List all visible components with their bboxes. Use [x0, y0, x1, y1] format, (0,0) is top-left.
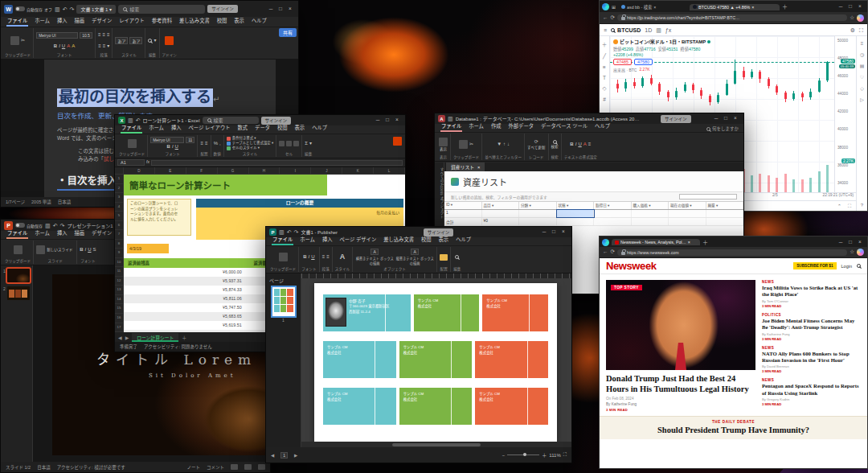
publication-page[interactable]: 中野 杏子〒160-0023 東京都新宿区西新宿 11-2-4 サンプル CM株… — [314, 283, 557, 442]
align-top-icon[interactable]: ≡ — [200, 141, 203, 146]
slide-2-thumbnail[interactable] — [7, 286, 30, 300]
main-headline[interactable]: Donald Trump Just Had the Best 24 Hours … — [606, 374, 755, 394]
row-number[interactable]: 16 — [115, 314, 123, 323]
grid-column-header[interactable]: 取得日 ▾ — [594, 202, 632, 209]
story-item[interactable]: NEWS Pentagon and SpaceX Respond to Repo… — [762, 378, 861, 406]
editing-group[interactable]: Σ▾編集 — [302, 135, 314, 157]
ribbon-tab[interactable]: ヘルプ — [251, 15, 268, 27]
newsweek-logo[interactable]: Newsweek — [606, 260, 657, 272]
word-ribbon[interactable]: ✂クリップボード Meiryo UI10.5 BIUAA フォント ≡≡≡ ≡≡… — [1, 27, 298, 60]
browser-tab-inactive[interactable]: asd bb - 検索× — [618, 3, 687, 11]
sheet-banner-cell[interactable]: 簡単なローン計算シート — [124, 175, 327, 195]
row-number[interactable]: 2 — [115, 184, 123, 194]
row-number[interactable]: 6 — [115, 221, 123, 231]
select-all-corner[interactable] — [115, 167, 124, 174]
ribbon-tab[interactable]: 校閲 — [276, 122, 289, 134]
italic-button[interactable]: I — [575, 142, 577, 147]
maximize-button[interactable]: □ — [549, 229, 559, 235]
ribbon-tab[interactable]: 表示 — [294, 122, 306, 134]
story-item[interactable]: NEWS NATO Ally Plans 600 Bunkers to Stop… — [762, 346, 861, 374]
grid-row[interactable]: 1 — [444, 210, 743, 218]
language-indicator[interactable]: 日本語 — [37, 464, 51, 471]
paste-icon[interactable] — [128, 139, 137, 148]
text-formatting-group[interactable]: BIUA≡ テキストの書式設定 — [562, 134, 600, 160]
new-tab-button[interactable]: ＋ — [782, 4, 788, 10]
fib-tool[interactable]: ≡ — [603, 64, 606, 70]
styles-group[interactable]: 条件付き書式 ▾ テーブルとして書式設定 ▾ セルのスタイル ▾ スタイル — [224, 135, 276, 157]
row-number[interactable]: 8 — [115, 240, 123, 249]
horizontal-textbox-button[interactable]: A横書きテキスト ボックスの描画 — [355, 249, 394, 265]
ribbon-tab[interactable]: ヘルプ — [594, 121, 611, 132]
slide-subtitle[interactable]: Sit Dolor Amet — [149, 372, 236, 379]
card-cell-green[interactable]: サンプル CM株式会社 — [414, 294, 480, 331]
ribbon-tab[interactable]: 挿入 — [170, 122, 182, 134]
search-icon[interactable] — [857, 264, 861, 268]
crosshair-tool[interactable]: ＋ — [602, 40, 608, 48]
clipboard-group[interactable]: ✂クリップボード — [2, 28, 34, 58]
pdf-addin-icon[interactable] — [393, 137, 402, 146]
cells-group[interactable]: セル — [276, 135, 302, 157]
story-category[interactable]: NEWS — [762, 346, 861, 350]
story-headline[interactable]: Iraq Militia Vows to Strike Back at US '… — [762, 285, 861, 298]
ribbon-tab[interactable]: 数式 — [236, 122, 248, 134]
tell-me-box[interactable]: 何をしますか — [706, 125, 739, 132]
comma-icon[interactable]: , — [219, 141, 221, 146]
story-category[interactable]: NEWS — [762, 378, 861, 382]
clipboard-group[interactable]: クリップボード — [2, 241, 34, 264]
signin-button[interactable]: サインイン — [207, 5, 238, 13]
bold-button[interactable]: B — [570, 142, 573, 147]
paragraph-group[interactable]: ≡≡≡ ≡≡▾ 段落 — [96, 28, 113, 58]
tradingview-toolbar[interactable]: ≡ BTCUSD 1D ▥ ƒx ⚙ ⛶ — [600, 24, 867, 36]
ribbon-tab[interactable]: 表示 — [438, 234, 450, 245]
grid-column-header[interactable]: 分類 ▾ — [519, 202, 557, 209]
ribbon-tab[interactable]: ホーム — [148, 122, 165, 134]
minimize-button[interactable]: ─ — [836, 240, 845, 245]
back-button[interactable]: ← — [603, 249, 608, 255]
row-number[interactable]: 17 — [115, 323, 123, 333]
row-number[interactable]: 4 — [115, 203, 123, 212]
maximize-button[interactable]: □ — [721, 116, 731, 121]
sort-asc-icon[interactable]: ↑ — [503, 142, 506, 147]
maximize-button[interactable]: □ — [845, 240, 855, 245]
top-story-block[interactable]: TOP STORY Donald Trump Just Had the Best… — [606, 280, 755, 412]
italic-button[interactable]: I — [85, 247, 87, 253]
ribbon-tab[interactable]: ホーム — [34, 15, 51, 27]
story-category[interactable]: NEWS — [762, 280, 861, 284]
row-number[interactable]: 14 — [115, 295, 123, 305]
addins-group[interactable]: アドイン — [160, 28, 179, 58]
word-count[interactable]: 2005 単語 — [31, 199, 51, 205]
italic-button[interactable]: I — [59, 43, 60, 49]
row-number[interactable]: 13 — [115, 286, 123, 295]
side-stories-column[interactable]: NEWS Iraq Militia Vows to Strike Back at… — [762, 280, 861, 412]
underline-button[interactable]: U — [62, 43, 65, 49]
strike-button[interactable]: S — [93, 247, 96, 253]
close-button[interactable]: × — [285, 6, 295, 12]
slide-1-thumbnail[interactable] — [7, 269, 30, 282]
paste-icon[interactable] — [279, 253, 288, 261]
maximize-panel-icon[interactable]: ⛶ — [848, 204, 851, 209]
daily-debate-band[interactable]: THE DAILY DEBATE Should President Trump … — [600, 416, 867, 439]
find-icon[interactable] — [148, 39, 152, 43]
redo-icon[interactable]: ↷ — [294, 229, 299, 235]
paste-icon[interactable] — [459, 140, 468, 149]
ribbon-tab[interactable]: 校閲 — [420, 234, 432, 245]
active-sheet-tab[interactable]: ローン計算シート — [132, 333, 178, 342]
highlight-button[interactable]: A — [72, 43, 75, 49]
publisher-statusbar[interactable]: ◀ 1 ▶ −＋111%⛶ — [266, 447, 571, 463]
play-icon[interactable]: ▷ — [860, 97, 864, 102]
arrange-group[interactable]: 配置 — [437, 247, 451, 272]
excel-ribbon-tabs[interactable]: ファイルホーム挿入ページ レイアウト数式データ校閲表示ヘルプ — [115, 125, 405, 134]
underline-button[interactable]: U — [88, 247, 91, 253]
close-tab-icon[interactable]: × — [477, 165, 480, 170]
close-button[interactable]: × — [559, 229, 568, 235]
slides-group[interactable]: 新しいスライドスライド — [34, 241, 77, 264]
insert-cells-icon[interactable] — [279, 141, 285, 146]
menu-icon[interactable]: ≡ — [604, 27, 607, 33]
window-controls[interactable]: ─□× — [711, 116, 740, 121]
bold-button[interactable]: B — [80, 247, 83, 253]
cell-styles-button[interactable]: セルのスタイル ▾ — [227, 146, 260, 150]
language-indicator[interactable]: 日本語 — [58, 199, 72, 205]
page-indicator[interactable]: 1/7ページ — [6, 199, 25, 205]
minimize-button[interactable]: ─ — [711, 116, 721, 121]
card-cell-green[interactable]: サンプル CM株式会社 — [399, 341, 473, 378]
